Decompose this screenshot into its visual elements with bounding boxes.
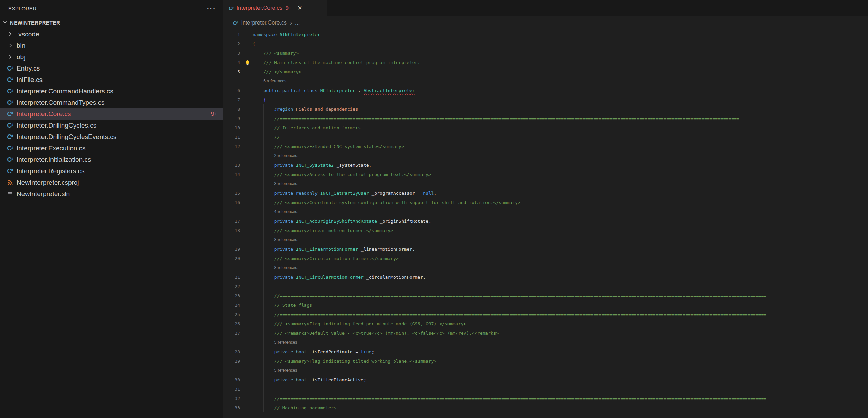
- codelens-references-link[interactable]: 6 references: [263, 76, 286, 86]
- codelens-references-link[interactable]: 8 references: [274, 235, 298, 244]
- line-number: 30: [223, 375, 240, 384]
- sidebar-item-interpreter-commandhandlers-cs[interactable]: C#Interpreter.CommandHandlers.cs: [0, 85, 223, 97]
- sidebar-item-interpreter-initialization-cs[interactable]: C#Interpreter.Initialization.cs: [0, 154, 223, 165]
- line-number: 28: [223, 347, 240, 356]
- code-line[interactable]: 14 /// <summary>Access to the control pr…: [223, 170, 868, 179]
- csharp-file-icon: C#: [6, 99, 15, 106]
- code-line[interactable]: 4 /// Main class of the machine control …: [223, 58, 868, 67]
- line-number: 31: [223, 384, 240, 394]
- codelens-references-link[interactable]: 5 references: [274, 366, 298, 375]
- csproj-file-icon: [6, 179, 15, 186]
- code-line[interactable]: 3 /// <summary>: [223, 48, 868, 58]
- explorer-sidebar: EXPLORER ··· NEWINTERPRETER .vscodebinob…: [0, 0, 223, 418]
- sidebar-item-interpreter-drillingcycles-cs[interactable]: C#Interpreter.DrillingCycles.cs: [0, 120, 223, 131]
- code-line[interactable]: 26 /// <summary>Flag indicating feed per…: [223, 319, 868, 328]
- close-icon[interactable]: ×: [298, 4, 302, 12]
- sidebar-item-newinterpreter-csproj[interactable]: NewInterpreter.csproj: [0, 177, 223, 188]
- code-text: //======================================…: [253, 394, 766, 403]
- sidebar-item-newinterpreter-sln[interactable]: NewInterpreter.sln: [0, 188, 223, 199]
- sidebar-item-obj[interactable]: obj: [0, 51, 223, 63]
- code-text: /// <summary>Coordinate system configura…: [253, 198, 520, 207]
- code-line[interactable]: 21 private INCT_CircularMotionFormer _ci…: [223, 272, 868, 282]
- code-line[interactable]: 17 private INCT_AddOriginByShiftAndRotat…: [223, 216, 868, 226]
- code-text: /// <remarks>Default value - <c>true</c>…: [253, 328, 499, 338]
- code-text: {: [253, 95, 266, 104]
- code-text: //======================================…: [253, 310, 766, 319]
- codelens-references-link[interactable]: 8 references: [274, 263, 298, 272]
- sidebar-item-inifile-cs[interactable]: C#IniFile.cs: [0, 74, 223, 85]
- codelens-references-link[interactable]: 2 references: [274, 151, 298, 160]
- code-text: {: [253, 39, 255, 48]
- file-name: Interpreter.CommandTypes.cs: [17, 99, 105, 106]
- code-line[interactable]: 19 private INCT_LinearMotionFormer _line…: [223, 244, 868, 254]
- breadcrumb-file[interactable]: Interpreter.Core.cs: [241, 20, 287, 26]
- sidebar-item-interpreter-drillingcyclesevents-cs[interactable]: C#Interpreter.DrillingCyclesEvents.cs: [0, 131, 223, 142]
- sidebar-item-interpreter-registers-cs[interactable]: C#Interpreter.Registers.cs: [0, 165, 223, 177]
- code-line[interactable]: 1namespace STNCInterpreter: [223, 30, 868, 39]
- code-line[interactable]: 15 private readonly INCT_GetPartByUser _…: [223, 188, 868, 198]
- tab-interpreter-core[interactable]: C# Interpreter.Core.cs 9+ ×: [223, 0, 327, 16]
- code-line[interactable]: 28 private bool _isFeedPerMinute = true;: [223, 347, 868, 356]
- csharp-file-icon: C#: [6, 145, 15, 151]
- file-name: Interpreter.Core.cs: [17, 110, 71, 118]
- tab-problems-badge: 9+: [286, 5, 291, 11]
- codelens-references-link[interactable]: 4 references: [274, 207, 298, 216]
- code-line[interactable]: 5 /// </summary>: [223, 67, 868, 76]
- code-text: private bool _isFeedPerMinute = true;: [253, 347, 374, 356]
- code-text: private INCT_AddOriginByShiftAndRotate _…: [253, 216, 431, 226]
- code-line[interactable]: 11 //===================================…: [223, 132, 868, 142]
- code-line[interactable]: 32 //===================================…: [223, 394, 868, 403]
- code-line[interactable]: 23 //===================================…: [223, 291, 868, 300]
- code-text: /// <summary>Circular motion former.</su…: [253, 254, 399, 263]
- sidebar-item--vscode[interactable]: .vscode: [0, 28, 223, 40]
- code-line[interactable]: 2{: [223, 39, 868, 48]
- sidebar-item-interpreter-execution-cs[interactable]: C#Interpreter.Execution.cs: [0, 142, 223, 154]
- code-line[interactable]: 7 {: [223, 95, 868, 104]
- breadcrumb-more[interactable]: ...: [295, 20, 300, 26]
- file-name: Entry.cs: [17, 65, 40, 72]
- code-line[interactable]: 24 // State flags: [223, 300, 868, 310]
- file-name: NewInterpreter.csproj: [17, 179, 79, 186]
- code-line[interactable]: 22: [223, 282, 868, 291]
- code-line[interactable]: 33 // Machining parameters: [223, 403, 868, 412]
- line-number: 18: [223, 226, 240, 235]
- file-name: .vscode: [17, 30, 39, 38]
- code-line[interactable]: 9 //====================================…: [223, 114, 868, 123]
- indent-guide: [263, 179, 264, 188]
- explorer-title: EXPLORER: [8, 6, 37, 11]
- codelens-references-link[interactable]: 3 references: [274, 179, 298, 188]
- line-number: 32: [223, 394, 240, 403]
- code-line[interactable]: 6 public partial class NCInterpreter : A…: [223, 86, 868, 95]
- code-line[interactable]: 16 /// <summary>Coordinate system config…: [223, 198, 868, 207]
- line-number: 11: [223, 132, 240, 142]
- code-line[interactable]: 25 //===================================…: [223, 310, 868, 319]
- file-name: Interpreter.Initialization.cs: [17, 156, 91, 164]
- codelens-references-link[interactable]: 5 references: [274, 338, 298, 347]
- line-number: 20: [223, 254, 240, 263]
- indent-guide: [263, 338, 264, 347]
- project-root-row[interactable]: NEWINTERPRETER: [0, 17, 223, 28]
- code-line[interactable]: 30 private bool _isTiltedPlaneActive;: [223, 375, 868, 384]
- sidebar-item-interpreter-commandtypes-cs[interactable]: C#Interpreter.CommandTypes.cs: [0, 97, 223, 108]
- sidebar-item-interpreter-core-cs[interactable]: C#Interpreter.Core.cs9+: [0, 108, 223, 120]
- sidebar-item-bin[interactable]: bin: [0, 40, 223, 51]
- code-line[interactable]: 13 private INCT_SysState2 _systemState;: [223, 160, 868, 170]
- code-line[interactable]: 18 /// <summary>Linear motion former.</s…: [223, 226, 868, 235]
- code-editor[interactable]: 1namespace STNCInterpreter2{3 /// <summa…: [223, 30, 868, 418]
- code-line[interactable]: 8 #region Fields and dependencies: [223, 104, 868, 114]
- file-tree: .vscodebinobjC#Entry.csC#IniFile.csC#Int…: [0, 28, 223, 199]
- code-line[interactable]: 12 /// <summary>Extended CNC system stat…: [223, 142, 868, 151]
- code-line[interactable]: 27 /// <remarks>Default value - <c>true<…: [223, 328, 868, 338]
- explorer-more-actions-icon[interactable]: ···: [207, 5, 216, 12]
- indent-guide: [253, 282, 253, 291]
- code-text: private readonly INCT_GetPartByUser _pro…: [253, 188, 436, 198]
- code-line[interactable]: 10 // Interfaces and motion formers: [223, 123, 868, 132]
- code-line[interactable]: 20 /// <summary>Circular motion former.<…: [223, 254, 868, 263]
- code-line[interactable]: 31: [223, 384, 868, 394]
- code-text: // Machining parameters: [253, 403, 337, 412]
- indent-guide: [263, 366, 264, 375]
- code-text: namespace STNCInterpreter: [253, 30, 320, 39]
- code-line[interactable]: 29 /// <summary>Flag indicating tilted w…: [223, 356, 868, 366]
- line-number: 6: [223, 86, 240, 95]
- sidebar-item-entry-cs[interactable]: C#Entry.cs: [0, 63, 223, 74]
